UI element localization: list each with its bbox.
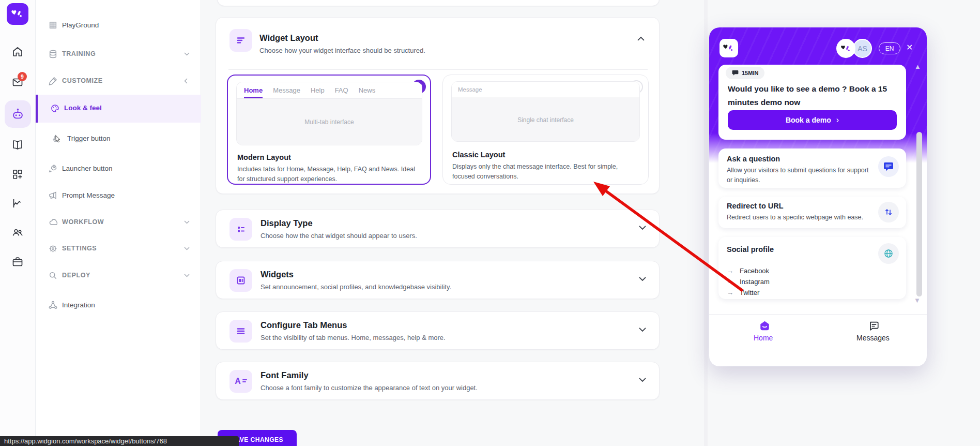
widgion-logo-icon	[11, 7, 24, 21]
tab-home-label[interactable]: Home	[754, 334, 773, 342]
messages-tab-icon	[868, 320, 880, 332]
sidebar-section-settings[interactable]: SETTINGS	[36, 238, 201, 259]
layout-option-description: Displays only the chat message interface…	[452, 162, 628, 182]
font-family-icon: A	[229, 370, 252, 393]
team-icon[interactable]	[11, 226, 24, 239]
analytics-icon[interactable]	[11, 197, 24, 210]
modern-layout-option[interactable]: Home Message Help FAQ News Multi-tab int…	[227, 75, 431, 185]
chevron-down-icon	[184, 220, 190, 224]
sidebar-section-deploy[interactable]: DEPLOY	[36, 265, 201, 286]
widget-layout-card: Widget Layout Choose how your widget int…	[216, 17, 660, 194]
sidebar-section-customize[interactable]: CUSTOMIZE	[36, 70, 201, 91]
sidebar-item-look-and-feel[interactable]: Look & feel	[36, 95, 201, 123]
sidebar-item-integration[interactable]: Integration	[36, 294, 201, 315]
tab-messages[interactable]	[868, 320, 880, 332]
preview-tab-help: Help	[311, 82, 325, 98]
section-title: Display Type	[261, 218, 313, 228]
font-family-card[interactable]: A Font Family Choose a font family to cu…	[216, 362, 660, 400]
layout-option-name: Classic Layout	[452, 151, 505, 159]
social-link-label: Twitter	[740, 289, 759, 296]
sidebar-section-label: DEPLOY	[62, 272, 90, 279]
status-url-tooltip: https://app.widgion.com/workspace/widget…	[0, 436, 239, 446]
scroll-down-icon[interactable]: ▼	[914, 296, 921, 304]
widgets-card[interactable]: Widgets Set announcement, social profile…	[216, 261, 660, 299]
social-profile-card[interactable]: Social profile → Facebook → Instagram → …	[718, 237, 906, 299]
expand-chevron-icon[interactable]	[639, 328, 646, 332]
social-link-label: Instagram	[740, 278, 770, 286]
scroll-up-icon[interactable]: ▲	[914, 63, 921, 70]
tab-home[interactable]	[759, 320, 771, 332]
globe-icon	[878, 243, 899, 264]
sidebar-item-trigger-button[interactable]: Trigger button	[36, 128, 201, 148]
sidebar-section-label: TRAINING	[62, 50, 96, 57]
classic-preview-tab: Message	[452, 82, 639, 97]
widget-logo	[719, 39, 738, 57]
redirect-url-card[interactable]: Redirect to URL Redirect users to a spec…	[718, 197, 906, 228]
sidebar-item-label: Prompt Message	[62, 191, 115, 199]
social-link-facebook[interactable]: → Facebook	[727, 267, 769, 275]
section-subtitle: Choose a font family to customize the ap…	[261, 384, 478, 392]
app-screen: 9	[0, 0, 980, 446]
bot-rail-item[interactable]	[5, 100, 31, 128]
section-title: Widgets	[261, 270, 294, 279]
display-type-card[interactable]: Display Type Choose how the chat widget …	[216, 210, 660, 248]
redirect-icon	[878, 202, 899, 222]
card-title: Social profile	[727, 245, 774, 254]
apps-add-icon[interactable]	[11, 168, 24, 181]
preview-tab-news: News	[359, 82, 376, 98]
widgets-icon	[229, 269, 252, 292]
modern-preview-tabs: Home Message Help FAQ News	[237, 82, 422, 99]
preview-tab-home: Home	[244, 82, 263, 98]
modern-preview-body: Multi-tab interface	[237, 99, 422, 145]
gear-icon	[49, 244, 57, 253]
widget-scrollbar-thumb[interactable]	[916, 132, 922, 296]
sidebar-item-playground[interactable]: PlayGround	[36, 14, 201, 35]
expand-chevron-icon[interactable]	[639, 226, 646, 230]
social-link-label: Facebook	[740, 267, 769, 275]
language-selector[interactable]: EN	[879, 42, 900, 54]
social-link-instagram[interactable]: → Instagram	[727, 278, 770, 286]
tab-messages-label[interactable]: Messages	[856, 334, 890, 342]
duration-chip: 15MIN	[726, 67, 764, 79]
sidebar-item-label: Trigger button	[67, 135, 111, 142]
close-icon[interactable]: ✕	[906, 42, 913, 52]
divider	[228, 69, 648, 70]
book-demo-button[interactable]: Book a demo ›	[728, 110, 897, 130]
expand-chevron-icon[interactable]	[639, 378, 646, 382]
widgion-logo-icon	[840, 43, 852, 54]
card-title: Ask a question	[727, 155, 780, 163]
grid-icon	[49, 21, 57, 29]
chevron-left-icon	[184, 78, 188, 84]
section-subtitle: Choose how the chat widget should appear…	[261, 232, 417, 240]
sidebar-section-label: SETTINGS	[62, 245, 97, 252]
knowledgebase-icon[interactable]	[11, 139, 24, 152]
sidebar-item-label: PlayGround	[62, 21, 99, 29]
sidebar-item-prompt-message[interactable]: Prompt Message	[36, 185, 201, 205]
expand-chevron-icon[interactable]	[639, 277, 646, 281]
classic-layout-option[interactable]: Message Single chat interface Classic La…	[442, 75, 649, 185]
duration-chip-label: 15MIN	[742, 70, 758, 76]
app-logo[interactable]	[7, 3, 28, 25]
chevron-right-icon: ›	[836, 115, 839, 125]
sidebar-section-label: WORKFLOW	[62, 218, 104, 226]
widget-layout-icon	[229, 29, 252, 52]
preview-tab-faq: FAQ	[335, 82, 348, 98]
tabbar-divider	[709, 314, 927, 315]
avatar: AS	[853, 39, 872, 58]
question-chat-icon	[878, 156, 899, 177]
chevron-down-icon	[184, 274, 190, 277]
sidebar-section-workflow[interactable]: WORKFLOW	[36, 212, 201, 232]
main-scrollbar[interactable]	[704, 0, 708, 446]
home-icon[interactable]	[11, 46, 24, 58]
social-link-twitter[interactable]: → Twitter	[727, 289, 759, 296]
configure-tab-menus-card[interactable]: Configure Tab Menus Set the visibility o…	[216, 311, 660, 350]
sidebar-section-label: CUSTOMIZE	[62, 77, 103, 84]
arrow-right-icon: →	[727, 278, 733, 286]
brush-icon	[49, 77, 57, 85]
ask-question-card[interactable]: Ask a question Allow your visitors to su…	[718, 148, 906, 188]
sidebar-section-training[interactable]: TRAINING	[36, 43, 201, 64]
collapse-chevron-icon[interactable]	[637, 36, 645, 41]
workspace-icon[interactable]	[11, 256, 24, 269]
section-subtitle: Choose how your widget interface should …	[259, 47, 425, 54]
sidebar-item-launcher-button[interactable]: Launcher button	[36, 158, 201, 179]
